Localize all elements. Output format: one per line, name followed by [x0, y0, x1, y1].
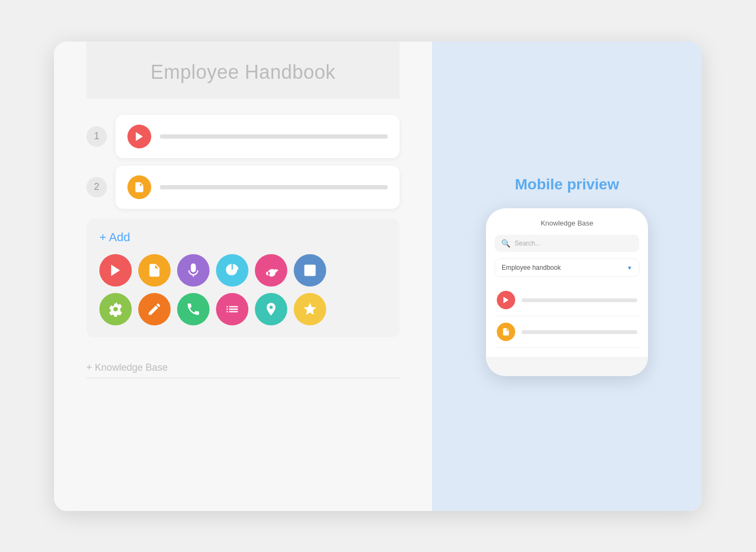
row-card-1[interactable] — [116, 115, 400, 158]
phone-dropdown[interactable]: Employee handbook ▼ — [495, 258, 639, 277]
phone-kb-title: Knowledge Base — [495, 219, 639, 227]
phone-mockup: Knowledge Base 🔍 Search... Employee hand… — [486, 208, 648, 376]
add-label[interactable]: + Add — [99, 230, 387, 244]
play-icon-1 — [127, 125, 151, 148]
phone-play-icon — [497, 291, 515, 309]
dropdown-text: Employee handbook — [502, 264, 561, 271]
row-number-1: 1 — [86, 126, 107, 147]
right-panel: Mobile priview Knowledge Base 🔍 Search..… — [432, 42, 702, 511]
preview-title: Mobile priview — [515, 176, 619, 193]
grid-location-icon[interactable] — [255, 293, 287, 325]
grid-phone-icon[interactable] — [177, 293, 210, 325]
phone-search-bar[interactable]: 🔍 Search... — [495, 235, 639, 252]
kb-link[interactable]: + Knowledge Base — [86, 362, 400, 378]
grid-mic-icon[interactable] — [177, 254, 210, 287]
svg-point-3 — [307, 267, 309, 269]
phone-list-item-2[interactable] — [495, 316, 639, 348]
grid-settings-icon[interactable] — [99, 293, 132, 325]
row-item-1: 1 — [86, 115, 400, 158]
row-item-2: 2 — [86, 166, 400, 209]
left-panel: Employee Handbook 1 2 — [54, 42, 432, 511]
grid-play-icon[interactable] — [99, 254, 132, 287]
phone-list — [495, 284, 639, 348]
svg-marker-1 — [111, 264, 120, 276]
phone-bottom-bar — [486, 357, 648, 376]
icon-grid — [99, 254, 387, 325]
row-line-1 — [160, 134, 388, 139]
add-card: + Add — [86, 219, 400, 337]
main-card: Employee Handbook 1 2 — [54, 42, 702, 511]
phone-line-1 — [522, 298, 637, 302]
document-icon-1 — [127, 175, 151, 199]
grid-chart-icon[interactable] — [216, 254, 248, 287]
page-title: Employee Handbook — [86, 61, 400, 84]
grid-image-icon[interactable] — [294, 254, 326, 287]
chevron-down-icon: ▼ — [627, 265, 632, 271]
phone-list-item-1[interactable] — [495, 284, 639, 316]
phone-inner: Knowledge Base 🔍 Search... Employee hand… — [486, 208, 648, 376]
grid-list-icon[interactable] — [216, 293, 248, 325]
grid-document-icon[interactable] — [138, 254, 171, 287]
grid-star-icon[interactable] — [294, 293, 326, 325]
grid-key-icon[interactable] — [255, 254, 287, 287]
svg-marker-0 — [136, 132, 143, 141]
row-line-2 — [160, 185, 388, 189]
content-area: 1 2 + Add — [86, 115, 400, 378]
search-placeholder: Search... — [515, 240, 541, 247]
search-icon: 🔍 — [501, 239, 510, 248]
svg-marker-4 — [503, 297, 508, 303]
grid-edit-icon[interactable] — [138, 293, 171, 325]
left-header: Employee Handbook — [86, 42, 400, 99]
icon-row-1 — [99, 254, 387, 287]
row-card-2[interactable] — [116, 166, 400, 209]
row-number-2: 2 — [86, 177, 107, 197]
icon-row-2 — [99, 293, 387, 325]
phone-line-2 — [522, 330, 637, 334]
phone-document-icon — [497, 323, 515, 341]
